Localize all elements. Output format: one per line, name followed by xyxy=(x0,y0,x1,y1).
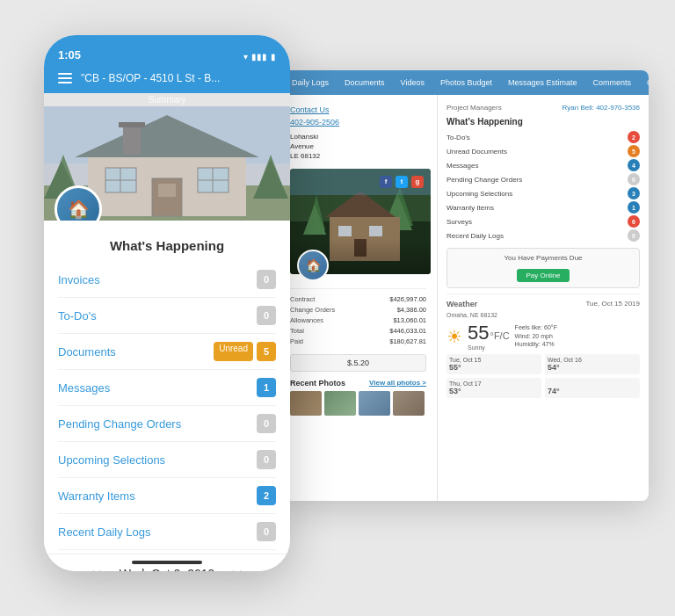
mobile-phone: 1:05 ▾ ▮▮▮ ▮ "CB - BS/OP - 4510 L St - B… xyxy=(44,35,290,571)
wh-badge-docs: 5 xyxy=(628,145,640,157)
forecast-grid: Tue, Oct 15 55° Wed, Oct 16 54° Thu, Oct… xyxy=(446,354,640,398)
svg-rect-17 xyxy=(123,124,141,155)
menu-item-upcoming-selections[interactable]: Upcoming Selections 0 xyxy=(58,442,276,478)
badge-selections: 0 xyxy=(257,450,276,469)
contact-us-link[interactable]: Contact Us xyxy=(290,105,426,114)
wh-badge-selections: 3 xyxy=(628,187,640,199)
menu-item-label-messages: Messages xyxy=(58,381,110,395)
menu-item-label-logs: Recent Daily Logs xyxy=(58,525,151,539)
forecast-item: Tue, Oct 15 55° xyxy=(446,354,541,374)
prev-date-button[interactable]: << xyxy=(87,567,101,571)
svg-rect-26 xyxy=(158,184,167,197)
menu-item-label-pco: Pending Change Orders xyxy=(58,417,181,431)
battery-icon: ▮ xyxy=(271,52,276,62)
wh-badge-pco: 0 xyxy=(628,173,640,185)
scene: Daily Logs Documents Videos Photos Budge… xyxy=(0,0,675,616)
next-date-button[interactable]: >> xyxy=(232,567,246,571)
phone-scroll-content[interactable]: What's Happening Invoices 0 To-Do's 0 Do… xyxy=(44,221,290,571)
photo-thumb-3[interactable] xyxy=(359,391,390,416)
project-managers-header: Project Managers Ryan Bell: 402-970-3536 xyxy=(446,104,640,112)
unread-label: Unread xyxy=(214,342,253,361)
nav-change-orders[interactable]: Change Orders xyxy=(642,76,649,89)
weather-section: Weather Tue, Oct 15 2019 Omaha, NE 68132… xyxy=(446,294,640,398)
nav-documents[interactable]: Documents xyxy=(339,76,390,89)
badge-messages: 1 xyxy=(257,378,276,397)
photos-grid xyxy=(290,391,426,416)
nav-messages[interactable]: Messages Estimate xyxy=(503,76,583,89)
menu-item-todos[interactable]: To-Do's 0 xyxy=(58,298,276,334)
badge-pco: 0 xyxy=(257,414,276,433)
menu-item-pending-change-orders[interactable]: Pending Change Orders 0 xyxy=(58,406,276,442)
browser-nav-bar[interactable]: Daily Logs Documents Videos Photos Budge… xyxy=(279,70,649,95)
twitter-icon[interactable]: t xyxy=(396,176,408,188)
wh-item: Unread Documents 5 xyxy=(446,144,640,158)
google-plus-icon[interactable]: g xyxy=(411,176,424,188)
nav-comments[interactable]: Comments xyxy=(588,76,637,89)
menu-item-invoices[interactable]: Invoices 0 xyxy=(58,262,276,298)
whats-happening-title: What's Happening xyxy=(44,221,290,262)
badge-invoices: 0 xyxy=(257,270,276,289)
wh-badge-todos: 2 xyxy=(628,131,640,143)
weather-location: Omaha, NE 68132 xyxy=(446,312,640,318)
wh-items-list: To-Do's 2 Unread Documents 5 Messages 4 … xyxy=(446,130,640,243)
financials-section: Contract$426,997.00 Change Orders$4,386.… xyxy=(290,288,426,347)
wh-badge-logs: 0 xyxy=(628,229,640,242)
current-date: Wed, Oct 2, 2019 xyxy=(120,567,215,571)
browser-right-panel: Project Managers Ryan Bell: 402-970-3536… xyxy=(438,95,649,501)
nav-daily-logs[interactable]: Daily Logs xyxy=(287,76,334,89)
menu-item-warranty-items[interactable]: Warranty Items 2 xyxy=(58,478,276,514)
whats-happening-heading: What's Happening xyxy=(446,117,640,127)
pay-online-button[interactable]: Pay Online xyxy=(517,269,569,282)
view-all-photos-link[interactable]: View all photos > xyxy=(369,379,426,387)
weather-label: Weather xyxy=(446,300,477,308)
wh-badge-surveys: 6 xyxy=(628,215,640,228)
menu-item-label-todos: To-Do's xyxy=(58,309,97,322)
nav-photos[interactable]: Photos Budget xyxy=(435,76,497,89)
badge-todos: 0 xyxy=(257,306,276,325)
home-indicator xyxy=(132,561,202,564)
main-property-image: f t g 🏠 xyxy=(290,169,426,274)
menu-item-label-warranty: Warranty Items xyxy=(58,489,135,503)
temp-unit: °F/C xyxy=(490,330,509,341)
photo-thumb-4[interactable] xyxy=(393,391,425,416)
contact-phone[interactable]: 402-905-2506 xyxy=(290,118,426,127)
payment-due-box: You Have Payments Due Pay Online xyxy=(446,248,640,288)
profile-avatar: 🏠 xyxy=(297,250,329,281)
svg-rect-8 xyxy=(338,226,352,236)
status-bar: 1:05 ▾ ▮▮▮ ▮ xyxy=(44,35,290,67)
weather-current: ☀ 55 °F/C Sunny Feels like: 60°F Wind: 2… xyxy=(446,322,640,351)
menu-list: Invoices 0 To-Do's 0 Documents Unread 5 … xyxy=(44,262,290,550)
photo-thumb-2[interactable] xyxy=(324,391,356,416)
menu-item-recent-daily-logs[interactable]: Recent Daily Logs 0 xyxy=(58,514,276,550)
wh-item: Messages 4 xyxy=(446,158,640,172)
signal-icon: ▮▮▮ xyxy=(251,52,267,62)
wh-item: Upcoming Selections 3 xyxy=(446,186,640,200)
temperature-display: 55 xyxy=(468,322,489,344)
hamburger-menu-button[interactable] xyxy=(58,73,72,83)
app-header: "CB - BS/OP - 4510 L St - B... xyxy=(44,67,290,93)
status-icons: ▾ ▮▮▮ ▮ xyxy=(243,52,276,62)
svg-rect-10 xyxy=(354,239,367,257)
pm-name-link[interactable]: Ryan Bell: 402-970-3536 xyxy=(562,104,640,112)
menu-item-messages[interactable]: Messages 1 xyxy=(58,370,276,406)
photo-thumb-1[interactable] xyxy=(290,391,322,416)
facebook-icon[interactable]: f xyxy=(380,176,392,188)
address-block: Lohanski Avenue LE 68132 xyxy=(290,132,426,162)
browser-left-panel: Contact Us 402-905-2506 Lohanski Avenue … xyxy=(279,95,438,501)
app-header-subtitle: Summary xyxy=(44,93,290,106)
badge-warranty: 2 xyxy=(257,486,276,505)
wh-item: Warranty Items 1 xyxy=(446,200,640,214)
wh-badge-messages: 4 xyxy=(628,159,640,171)
payment-due-label: You Have Payments Due xyxy=(453,254,634,262)
desktop-browser: Daily Logs Documents Videos Photos Budge… xyxy=(279,70,649,501)
wh-item: Surveys 6 xyxy=(446,214,640,228)
recent-photos-section: Recent Photos View all photos > xyxy=(290,379,426,416)
app-header-title: "CB - BS/OP - 4510 L St - B... xyxy=(81,72,276,84)
house-icon: 🏠 xyxy=(68,199,90,220)
menu-item-documents[interactable]: Documents Unread 5 xyxy=(58,334,276,370)
nav-videos[interactable]: Videos xyxy=(396,76,430,89)
forecast-item: 74° xyxy=(545,378,640,398)
menu-item-label-invoices: Invoices xyxy=(58,273,100,286)
badge-documents-unread: Unread 5 xyxy=(214,342,276,361)
status-time: 1:05 xyxy=(58,48,81,62)
